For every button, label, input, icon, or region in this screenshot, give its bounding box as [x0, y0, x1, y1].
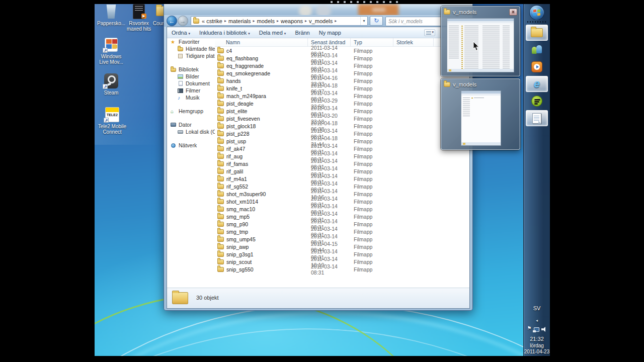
sidebar-item-disk[interactable]: Lokal disk (C:)	[167, 128, 215, 135]
toolbar-ny-mapp[interactable]: Ny mapp	[314, 30, 346, 36]
file-name-cell: rif_galil	[215, 168, 308, 174]
folder-icon	[217, 116, 224, 121]
file-name-cell: rif_aug	[215, 153, 308, 159]
sidebar-item-videos[interactable]: Filmer	[167, 87, 215, 94]
toolbar-br-nn[interactable]: Bränn	[290, 30, 314, 36]
breadcrumb-separator-icon[interactable]: ▸	[334, 19, 337, 23]
sidebar-item-recent[interactable]: Tidigare platser	[167, 52, 215, 59]
folder-icon	[217, 78, 224, 83]
file-name-cell: rif_famas	[215, 161, 308, 167]
desktop-icon-rsvortex[interactable]: ▶ Rsvortex maxed hits	[124, 4, 154, 32]
column-header-size[interactable]: Storlek	[393, 38, 434, 46]
breadcrumb-overflow[interactable]: «	[201, 18, 205, 24]
toolbar-dela-med[interactable]: Dela med▾	[255, 30, 291, 36]
sidebar-item-pictures[interactable]: Bilder	[167, 73, 215, 80]
show-hidden-icons-chevron[interactable]: ◂	[524, 318, 550, 323]
file-name-cell: eq_flashbang	[215, 55, 308, 61]
clock-date[interactable]: 2011-04-23	[524, 349, 550, 355]
sidebar-item-computer[interactable]: Dator	[167, 121, 215, 128]
folder-icon	[217, 109, 224, 114]
toolbar-inkludera-i-bibliotek[interactable]: Inkludera i bibliotek▾	[195, 30, 255, 36]
window-titlebar[interactable]	[164, 4, 472, 15]
sidebar-item-label: Lokal disk (C:)	[186, 129, 215, 135]
toolbar-ordna[interactable]: Ordna▾	[167, 30, 195, 36]
file-name-cell: smg_mac10	[215, 206, 308, 212]
file-name-cell: snip_g3sg1	[215, 251, 308, 257]
explorer-icon	[531, 28, 543, 37]
volume-icon[interactable]	[541, 327, 547, 332]
sidebar-item-label: Nätverk	[179, 142, 197, 148]
column-header-name[interactable]: Namn	[215, 38, 308, 46]
desktop-icon-recycle-bin[interactable]: Pappersko...	[97, 4, 125, 26]
folder-icon	[217, 244, 224, 249]
file-name-cell: pist_glock18	[215, 123, 308, 129]
file-name: eq_flashbang	[226, 55, 258, 61]
taskbar-notepad[interactable]	[526, 110, 548, 126]
glass-reflection	[299, 5, 312, 15]
command-bar: Ordna▾Inkludera i bibliotek▾Dela med▾Brä…	[167, 27, 469, 38]
sidebar-item-network[interactable]: Nätverk	[167, 142, 215, 149]
taskbar-thumbnail-2[interactable]: v_models	[441, 78, 520, 150]
file-type: Filmapp	[351, 48, 393, 54]
file-name: pist_elite	[226, 108, 247, 114]
desktop-icon-tele2[interactable]: TELE2 ↗ Tele2 Mobile Connect	[97, 107, 127, 135]
taskbar-messenger[interactable]	[526, 42, 548, 58]
clock-time[interactable]: 21:32	[524, 336, 550, 342]
taskbar-start[interactable]	[529, 5, 544, 20]
file-name: shot_m3super90	[226, 191, 266, 197]
internet-explorer-icon: e	[534, 78, 540, 89]
taskbar-explorer[interactable]	[526, 25, 548, 41]
language-indicator[interactable]: SV	[524, 305, 550, 311]
folder-icon	[444, 10, 450, 15]
address-dropdown-icon[interactable]: ▾	[360, 17, 367, 25]
action-center-flag-icon[interactable]	[527, 327, 532, 332]
taskbar-thumbnail-1[interactable]: v_models ×	[441, 6, 520, 76]
taskbar-spotify[interactable]	[526, 93, 548, 109]
forward-button[interactable]: →	[178, 16, 188, 26]
folder-icon	[217, 154, 224, 159]
breadcrumb-item[interactable]: v_models	[307, 18, 334, 24]
change-view-button[interactable]	[424, 29, 435, 36]
file-name-cell: snip_scout	[215, 259, 308, 265]
sidebar-item-documents[interactable]: Dokument	[167, 80, 215, 87]
back-button[interactable]: ←	[167, 16, 177, 26]
breadcrumb-item[interactable]: weapons	[279, 18, 304, 24]
file-type: Filmapp	[351, 191, 393, 197]
breadcrumb[interactable]: « ▾ cstrike▸materials▸models▸weapons▸v_m…	[191, 16, 368, 26]
breadcrumb-item[interactable]: cstrike	[205, 18, 224, 24]
sidebar-item-music[interactable]: Musik	[167, 94, 215, 101]
file-type: Filmapp	[351, 214, 393, 220]
column-header-type[interactable]: Typ	[351, 38, 393, 46]
network-icon[interactable]	[534, 327, 539, 332]
folder-icon	[217, 214, 224, 219]
breadcrumb-item[interactable]: models	[256, 18, 276, 24]
refresh-button[interactable]: ↻	[370, 16, 383, 26]
desktop-icon-movie-maker[interactable]: ↗ Windows Live Mov...	[97, 37, 125, 65]
file-name: rif_ak47	[226, 146, 245, 152]
sidebar-item-label: Musik	[186, 95, 199, 101]
window-preview[interactable]	[461, 90, 501, 146]
file-type: Filmapp	[351, 236, 393, 242]
sidebar-item-homegroup[interactable]: Hemgrupp	[167, 108, 215, 115]
clock-day[interactable]: lördag	[524, 343, 550, 349]
breadcrumb-item[interactable]: materials	[227, 18, 253, 24]
shortcut-arrow-icon: ↗	[104, 118, 109, 123]
glass-reflection	[358, 4, 398, 15]
close-icon[interactable]: ×	[509, 9, 517, 16]
window-preview[interactable]	[447, 18, 514, 72]
documents-icon	[178, 81, 184, 86]
sidebar-item-downloads[interactable]: Hämtade filer	[167, 45, 215, 52]
desktop-icon-steam[interactable]: ↗ Steam	[97, 73, 125, 96]
desktop-icon-label: Windows Live Mov...	[97, 54, 125, 65]
sidebar-item-star[interactable]: Favoriter	[167, 38, 215, 45]
taskbar-internet-explorer[interactable]: e	[526, 76, 548, 92]
folder-icon	[217, 48, 224, 53]
spotify-icon	[531, 96, 542, 107]
taskbar-media-player[interactable]	[526, 59, 548, 75]
sidebar-item-library[interactable]: Bibliotek	[167, 66, 215, 73]
folder-icon	[217, 169, 224, 174]
file-row[interactable]: snip_sg5502011-03-14 08:31Filmapp	[215, 265, 469, 273]
file-name: smg_ump45	[226, 236, 256, 242]
sidebar-item-label: Hämtade filer	[186, 46, 215, 52]
file-list-rows: c42011-03-14 08:31Filmappeq_flashbang201…	[215, 47, 469, 273]
